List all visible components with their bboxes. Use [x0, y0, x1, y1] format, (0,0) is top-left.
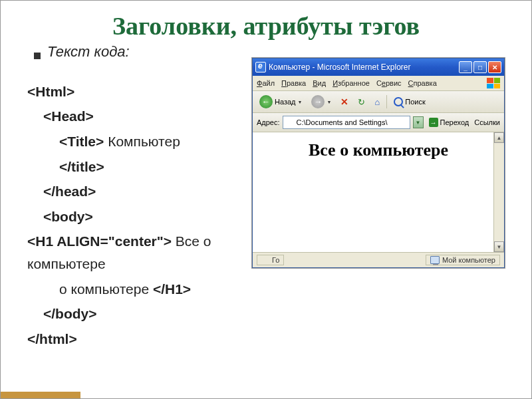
ie-icon — [255, 62, 266, 72]
status-ready: Го — [257, 255, 284, 265]
menu-view[interactable]: Вид — [313, 79, 326, 87]
address-label: Адрес: — [257, 118, 280, 126]
page-icon — [261, 256, 269, 264]
toolbar: ← Назад ▼ → ▼ ✕ ↻ ⌂ Поиск — [253, 91, 504, 113]
back-label: Назад — [275, 98, 296, 106]
code-line: <body> — [43, 209, 93, 224]
address-value: C:\Documents and Settings\ — [297, 118, 388, 126]
stop-button[interactable]: ✕ — [338, 95, 351, 108]
slide-accent — [1, 392, 80, 398]
code-text: Компьютер — [104, 134, 180, 149]
browser-viewport: Все о компьютере ▲ ▼ — [253, 132, 504, 252]
menu-bar: Файл Правка Вид Избранное Сервис Справка — [253, 76, 504, 91]
browser-window: Компьютер - Microsoft Internet Explorer … — [252, 58, 505, 268]
forward-button[interactable]: → ▼ — [309, 94, 334, 110]
back-button[interactable]: ← Назад ▼ — [257, 94, 305, 110]
code-line: </title> — [59, 159, 104, 174]
home-button[interactable]: ⌂ — [372, 96, 382, 108]
links-label[interactable]: Ссылки — [474, 118, 500, 126]
code-line: </H1> — [153, 281, 191, 297]
code-line: <H1 ALIGN="center"> — [27, 233, 172, 249]
page-icon — [285, 118, 295, 127]
go-button[interactable]: → Переход — [426, 117, 472, 128]
bullet-icon — [34, 53, 41, 59]
address-dropdown[interactable]: ▼ — [413, 116, 424, 128]
code-line: </body> — [43, 306, 97, 321]
window-titlebar[interactable]: Компьютер - Microsoft Internet Explorer … — [253, 59, 504, 76]
go-label: Переход — [440, 118, 469, 126]
search-icon — [394, 97, 403, 106]
close-button[interactable]: ✕ — [488, 61, 501, 73]
status-bar: Го Мой компьютер — [253, 252, 504, 267]
code-line: </html> — [27, 331, 77, 346]
refresh-button[interactable]: ↻ — [355, 96, 368, 108]
address-bar: Адрес: C:\Documents and Settings\ ▼ → Пе… — [253, 113, 504, 132]
menu-tools[interactable]: Сервис — [376, 79, 402, 87]
code-line: <Title> — [59, 134, 104, 149]
windows-flag-icon — [487, 78, 500, 88]
slide-title: Заголовки, атрибуты тэгов — [27, 13, 505, 41]
menu-favorites[interactable]: Избранное — [332, 79, 370, 87]
status-zone: Мой компьютер — [426, 255, 500, 265]
search-label: Поиск — [405, 98, 425, 106]
menu-file[interactable]: Файл — [257, 79, 275, 87]
code-text: о компьютере — [59, 281, 153, 297]
go-arrow-icon: → — [429, 118, 438, 127]
code-line: <Html> — [27, 84, 74, 99]
status-text: Го — [272, 256, 279, 264]
page-heading: Все о компьютере — [259, 140, 497, 160]
chevron-down-icon: ▼ — [327, 100, 331, 104]
address-field[interactable]: C:\Documents and Settings\ — [283, 116, 410, 129]
minimize-button[interactable]: _ — [459, 61, 472, 73]
scroll-down-button[interactable]: ▼ — [494, 241, 504, 252]
maximize-button[interactable]: □ — [473, 61, 487, 73]
menu-help[interactable]: Справка — [408, 79, 437, 87]
scroll-up-button[interactable]: ▲ — [494, 132, 504, 143]
window-title: Компьютер - Microsoft Internet Explorer — [269, 63, 459, 72]
toolbar-divider — [386, 95, 387, 108]
search-button[interactable]: Поиск — [391, 96, 428, 108]
code-block: <Html> <Head> <Title> Компьютер </title>… — [27, 80, 240, 353]
code-line: </head> — [43, 184, 96, 199]
code-line: <Head> — [43, 108, 94, 124]
computer-icon — [430, 256, 440, 264]
chevron-down-icon: ▼ — [298, 100, 303, 104]
vertical-scrollbar[interactable]: ▲ ▼ — [493, 132, 504, 252]
forward-arrow-icon: → — [311, 95, 325, 108]
zone-label: Мой компьютер — [442, 256, 495, 264]
back-arrow-icon: ← — [259, 95, 273, 108]
menu-edit[interactable]: Правка — [281, 79, 306, 87]
